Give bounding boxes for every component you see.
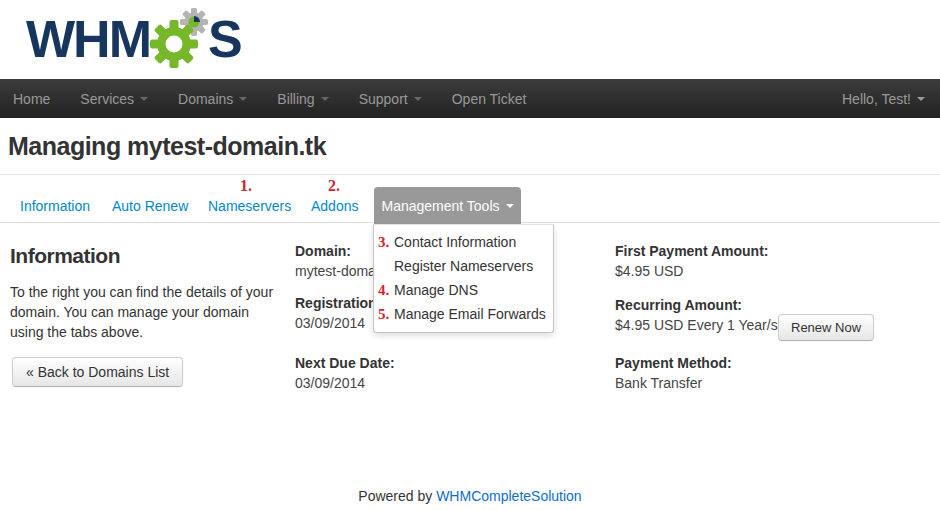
powered-by-text: Powered by xyxy=(358,488,432,504)
payment-method-value: Bank Transfer xyxy=(615,373,915,393)
user-greeting: Hello, Test! xyxy=(842,91,911,107)
page-title: Managing mytest-domain.tk xyxy=(8,132,326,161)
annotation-number-2: 2. xyxy=(328,177,340,195)
nav-item-domains[interactable]: Domains xyxy=(163,79,262,118)
menu-item-contact-information[interactable]: 3. Contact Information xyxy=(374,230,553,254)
chevron-down-icon xyxy=(414,97,422,101)
payment-method-detail: Payment Method: Bank Transfer xyxy=(615,353,915,393)
next-due-date-detail: Next Due Date: 03/09/2014 xyxy=(295,353,555,393)
chevron-down-icon xyxy=(140,97,148,101)
tab-information[interactable]: Information xyxy=(20,198,90,214)
annotation-number-5: 5. xyxy=(378,306,394,323)
logo-text-whm: WHM xyxy=(26,13,150,65)
payment-method-label: Payment Method: xyxy=(615,353,915,373)
chevron-down-icon xyxy=(506,204,514,208)
nav-label: Billing xyxy=(277,91,314,107)
back-to-domains-list-button[interactable]: « Back to Domains List xyxy=(12,357,183,387)
next-due-date-value: 03/09/2014 xyxy=(295,373,555,393)
menu-item-label: Manage Email Forwards xyxy=(394,306,546,322)
information-heading: Information xyxy=(10,244,120,268)
nav-item-billing[interactable]: Billing xyxy=(262,79,343,118)
tab-nameservers[interactable]: Nameservers xyxy=(208,198,291,214)
menu-item-manage-dns[interactable]: 4. Manage DNS xyxy=(374,278,553,302)
management-tools-dropdown-button[interactable]: Management Tools xyxy=(374,187,521,224)
navbar-left: Home Services Domains Billing Support Op… xyxy=(0,79,541,118)
recurring-amount-label: Recurring Amount: xyxy=(615,295,915,315)
menu-item-label: Contact Information xyxy=(394,234,516,250)
tab-bar: Information Auto Renew Nameservers Addon… xyxy=(0,174,940,223)
page: WHM xyxy=(0,0,940,510)
first-payment-value: $4.95 USD xyxy=(615,261,915,281)
menu-item-label: Register Nameservers xyxy=(394,258,533,274)
menu-item-register-nameservers[interactable]: Register Nameservers xyxy=(374,254,553,278)
footer: Powered by WHMCompleteSolution xyxy=(0,488,940,504)
next-due-date-label: Next Due Date: xyxy=(295,353,555,373)
management-tools-menu: 3. Contact Information Register Nameserv… xyxy=(373,224,554,333)
main-navbar: Home Services Domains Billing Support Op… xyxy=(0,79,940,118)
tab-addons[interactable]: Addons xyxy=(311,198,358,214)
user-menu[interactable]: Hello, Test! xyxy=(829,79,940,118)
whmcompletesolution-link[interactable]: WHMCompleteSolution xyxy=(436,488,582,504)
navbar-right: Hello, Test! xyxy=(829,79,940,118)
first-payment-label: First Payment Amount: xyxy=(615,241,915,261)
whmcs-logo[interactable]: WHM xyxy=(26,4,241,74)
annotation-number-3: 3. xyxy=(378,234,394,251)
nav-label: Domains xyxy=(178,91,233,107)
annotation-number-1: 1. xyxy=(240,177,252,195)
tab-auto-renew[interactable]: Auto Renew xyxy=(112,198,188,214)
nav-item-home[interactable]: Home xyxy=(0,79,65,118)
nav-item-services[interactable]: Services xyxy=(65,79,163,118)
nav-label: Home xyxy=(13,91,50,107)
chevron-down-icon xyxy=(917,97,925,101)
chevron-down-icon xyxy=(239,97,247,101)
chevron-down-icon xyxy=(321,97,329,101)
nav-label: Support xyxy=(359,91,408,107)
nav-label: Open Ticket xyxy=(452,91,527,107)
renew-now-button[interactable]: Renew Now xyxy=(778,314,874,341)
nav-label: Services xyxy=(80,91,134,107)
menu-item-manage-email-forwards[interactable]: 5. Manage Email Forwards xyxy=(374,302,553,326)
first-payment-detail: First Payment Amount: $4.95 USD xyxy=(615,241,915,281)
nav-item-open-ticket[interactable]: Open Ticket xyxy=(437,79,542,118)
information-description: To the right you can find the details of… xyxy=(10,282,286,342)
annotation-number-4: 4. xyxy=(378,282,394,299)
management-tools-label: Management Tools xyxy=(381,198,499,214)
nav-item-support[interactable]: Support xyxy=(344,79,437,118)
gears-icon xyxy=(148,6,212,72)
logo-text-s: S xyxy=(208,13,241,65)
menu-item-label: Manage DNS xyxy=(394,282,478,298)
